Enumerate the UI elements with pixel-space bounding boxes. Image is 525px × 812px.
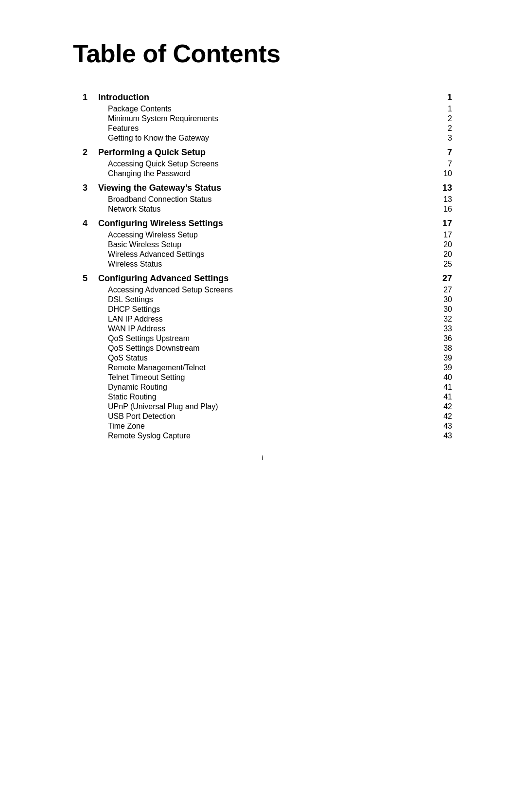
entry-page-number: 39 bbox=[443, 354, 452, 362]
toc-entry: Accessing Advanced Setup Screens27 bbox=[83, 286, 452, 294]
toc-entry: Broadband Connection Status13 bbox=[83, 195, 452, 204]
toc-section: 4Configuring Wireless Settings17Accessin… bbox=[83, 218, 452, 269]
entry-page-number: 2 bbox=[448, 114, 452, 123]
entry-page-number: 27 bbox=[443, 286, 452, 294]
toc-chapter: 2Performing a Quick Setup7 bbox=[83, 147, 452, 158]
toc-chapter: 5Configuring Advanced Settings27 bbox=[83, 273, 452, 284]
toc-entry: Accessing Wireless Setup17 bbox=[83, 231, 452, 239]
chapter-number: 1 bbox=[83, 92, 92, 103]
toc-container: 1Introduction1Package Contents1Minimum S… bbox=[73, 92, 452, 440]
chapter-number: 2 bbox=[83, 147, 92, 158]
toc-entry: Changing the Password10 bbox=[83, 169, 452, 178]
entry-title: Accessing Quick Setup Screens bbox=[108, 160, 219, 168]
toc-entry: QoS Settings Upstream36 bbox=[83, 334, 452, 343]
entry-page-number: 20 bbox=[443, 240, 452, 249]
entry-title: Time Zone bbox=[108, 422, 145, 431]
toc-section: 1Introduction1Package Contents1Minimum S… bbox=[83, 92, 452, 143]
entry-page-number: 16 bbox=[443, 205, 452, 214]
entry-page-number: 20 bbox=[443, 250, 452, 259]
entry-page-number: 40 bbox=[443, 373, 452, 382]
toc-section: 2Performing a Quick Setup7Accessing Quic… bbox=[83, 147, 452, 178]
entry-title: Wireless Status bbox=[108, 260, 162, 269]
entry-title: DSL Settings bbox=[108, 295, 153, 304]
entry-page-number: 32 bbox=[443, 315, 452, 324]
chapter-page-number: 7 bbox=[447, 147, 452, 158]
entry-page-number: 41 bbox=[443, 383, 452, 392]
chapter-number: 3 bbox=[83, 183, 92, 193]
chapter-page-number: 1 bbox=[447, 92, 452, 103]
toc-entry: Basic Wireless Setup20 bbox=[83, 240, 452, 249]
toc-entry: Static Routing41 bbox=[83, 393, 452, 401]
toc-entry: Package Contents1 bbox=[83, 105, 452, 113]
entry-title: Package Contents bbox=[108, 105, 172, 113]
entry-title: Getting to Know the Gateway bbox=[108, 134, 209, 143]
chapter-number: 5 bbox=[83, 273, 92, 284]
toc-entry: Remote Management/Telnet39 bbox=[83, 363, 452, 372]
toc-entry: Dynamic Routing41 bbox=[83, 383, 452, 392]
toc-chapter: 4Configuring Wireless Settings17 bbox=[83, 218, 452, 229]
chapter-title: Viewing the Gateway’s Status bbox=[98, 183, 221, 193]
toc-entry: Telnet Timeout Setting40 bbox=[83, 373, 452, 382]
toc-entry: Network Status16 bbox=[83, 205, 452, 214]
entry-title: Remote Syslog Capture bbox=[108, 432, 191, 440]
entry-page-number: 13 bbox=[443, 195, 452, 204]
entry-title: Accessing Advanced Setup Screens bbox=[108, 286, 233, 294]
entry-title: Minimum System Requirements bbox=[108, 114, 218, 123]
entry-page-number: 17 bbox=[443, 231, 452, 239]
entry-page-number: 3 bbox=[448, 134, 452, 143]
entry-page-number: 1 bbox=[448, 105, 452, 113]
entry-title: Features bbox=[108, 124, 139, 133]
entry-page-number: 41 bbox=[443, 393, 452, 401]
entry-page-number: 10 bbox=[443, 169, 452, 178]
page-footer: i bbox=[262, 454, 263, 462]
entry-title: WAN IP Address bbox=[108, 325, 165, 333]
entry-title: USB Port Detection bbox=[108, 412, 175, 421]
entry-title: Telnet Timeout Setting bbox=[108, 373, 185, 382]
entry-title: Accessing Wireless Setup bbox=[108, 231, 198, 239]
toc-entry: UPnP (Universal Plug and Play)42 bbox=[83, 402, 452, 411]
entry-title: Broadband Connection Status bbox=[108, 195, 211, 204]
chapter-title: Configuring Wireless Settings bbox=[98, 218, 223, 229]
toc-entry: Features2 bbox=[83, 124, 452, 133]
chapter-number: 4 bbox=[83, 218, 92, 229]
page-title: Table of Contents bbox=[73, 39, 452, 68]
entry-page-number: 43 bbox=[443, 432, 452, 440]
chapter-page-number: 13 bbox=[442, 183, 452, 193]
entry-page-number: 42 bbox=[443, 402, 452, 411]
chapter-title: Introduction bbox=[98, 92, 149, 103]
entry-title: LAN IP Address bbox=[108, 315, 163, 324]
entry-title: Static Routing bbox=[108, 393, 157, 401]
page-container: Table of Contents 1Introduction1Package … bbox=[73, 0, 452, 471]
entry-title: Wireless Advanced Settings bbox=[108, 250, 204, 259]
entry-title: Basic Wireless Setup bbox=[108, 240, 181, 249]
entry-title: QoS Status bbox=[108, 354, 148, 362]
entry-page-number: 43 bbox=[443, 422, 452, 431]
toc-entry: USB Port Detection42 bbox=[83, 412, 452, 421]
toc-chapter: 3Viewing the Gateway’s Status13 bbox=[83, 183, 452, 193]
toc-entry: Remote Syslog Capture43 bbox=[83, 432, 452, 440]
entry-title: QoS Settings Downstream bbox=[108, 344, 200, 353]
entry-page-number: 42 bbox=[443, 412, 452, 421]
toc-entry: Accessing Quick Setup Screens7 bbox=[83, 160, 452, 168]
entry-title: DHCP Settings bbox=[108, 305, 160, 314]
toc-entry: Wireless Status25 bbox=[83, 260, 452, 269]
entry-title: Remote Management/Telnet bbox=[108, 363, 206, 372]
toc-entry: Minimum System Requirements2 bbox=[83, 114, 452, 123]
entry-page-number: 2 bbox=[448, 124, 452, 133]
entry-page-number: 30 bbox=[443, 305, 452, 314]
toc-section: 3Viewing the Gateway’s Status13Broadband… bbox=[83, 183, 452, 214]
chapter-page-number: 27 bbox=[442, 273, 452, 284]
toc-section: 5Configuring Advanced Settings27Accessin… bbox=[83, 273, 452, 440]
entry-title: Dynamic Routing bbox=[108, 383, 167, 392]
entry-page-number: 25 bbox=[443, 260, 452, 269]
entry-title: UPnP (Universal Plug and Play) bbox=[108, 402, 218, 411]
toc-entry: LAN IP Address32 bbox=[83, 315, 452, 324]
chapter-title: Configuring Advanced Settings bbox=[98, 273, 228, 284]
entry-page-number: 30 bbox=[443, 295, 452, 304]
entry-page-number: 7 bbox=[448, 160, 452, 168]
entry-title: Network Status bbox=[108, 205, 160, 214]
entry-page-number: 38 bbox=[443, 344, 452, 353]
toc-entry: WAN IP Address33 bbox=[83, 325, 452, 333]
toc-entry: QoS Status39 bbox=[83, 354, 452, 362]
toc-entry: Time Zone43 bbox=[83, 422, 452, 431]
